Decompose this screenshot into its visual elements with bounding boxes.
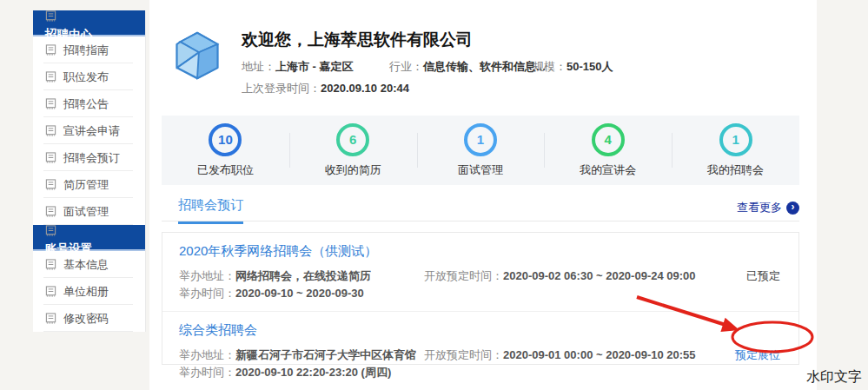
- sidebar-item-label: 基本信息: [63, 257, 109, 273]
- document-icon: [45, 152, 56, 163]
- view-more-link[interactable]: 查看更多: [737, 200, 799, 215]
- fair-addr-value: 新疆石河子市石河子大学中区体育馆: [235, 348, 416, 361]
- document-icon: [45, 206, 56, 217]
- sidebar-item-label: 简历管理: [63, 177, 109, 193]
- fair-open-time: 开放预定时间：2020-09-01 00:00 ~ 2020-09-10 20:…: [424, 347, 696, 364]
- sidebar-item[interactable]: 招聘指南: [33, 36, 145, 63]
- job-fair-meta-line-1: 举办地址：网络招聘会，在线投递简历 开放预定时间：2020-09-02 06:3…: [179, 268, 782, 285]
- sidebar-item-label: 招聘指南: [63, 43, 109, 58]
- fair-action[interactable]: 预定展位: [735, 347, 780, 364]
- sidebar-item[interactable]: 简历管理: [33, 171, 145, 198]
- stat-item[interactable]: 4 我的宣讲会: [544, 116, 672, 185]
- document-icon: [45, 125, 56, 136]
- stat-label: 已发布职位: [197, 162, 254, 178]
- company-industry: 行业：信息传输、软件和信息...: [389, 59, 546, 75]
- sidebar-item[interactable]: 宣讲会申请: [33, 117, 145, 144]
- company-address: 地址：上海市 - 嘉定区: [242, 59, 354, 75]
- stat-circle: 1: [464, 123, 497, 156]
- industry-value: 信息传输、软件和信息...: [423, 60, 546, 73]
- fair-addr-label: 举办地址：: [179, 348, 235, 361]
- tab-job-fair-booking[interactable]: 招聘会预订: [178, 197, 243, 224]
- last-login: 上次登录时间：2020.09.10 20:44: [242, 81, 409, 96]
- sidebar-item-label: 招聘会预订: [63, 150, 120, 166]
- stat-circle: 6: [336, 123, 369, 156]
- welcome-title: 欢迎您，上海萃思软件有限公司: [242, 29, 473, 51]
- stats-panel: 10 已发布职位 6 收到的简历 1 面试管理 4 我的宣讲会 1 我的招聘会: [162, 116, 799, 185]
- sidebar-item[interactable]: 基本信息: [33, 251, 145, 278]
- company-scale: 规模：50-150人: [533, 59, 613, 75]
- last-login-label: 上次登录时间：: [242, 82, 321, 95]
- fair-time-label: 举办时间：: [179, 287, 235, 300]
- document-icon: [45, 10, 56, 22]
- address-label: 地址：: [242, 60, 275, 73]
- last-login-value: 2020.09.10 20:44: [321, 82, 409, 95]
- sidebar: 招聘中心 招聘指南 职位发布 招聘: [33, 10, 146, 332]
- stat-item[interactable]: 6 收到的简历: [289, 116, 417, 185]
- sidebar-item[interactable]: 面试管理: [33, 198, 145, 225]
- document-icon: [45, 179, 56, 190]
- view-more-label: 查看更多: [737, 200, 782, 215]
- stat-label: 面试管理: [458, 162, 503, 178]
- stat-circle: 10: [209, 123, 242, 156]
- job-fair-meta-line-1: 举办地址：新疆石河子市石河子大学中区体育馆 开放预定时间：2020-09-01 …: [179, 347, 782, 364]
- sidebar-item[interactable]: 招聘会预订: [33, 144, 145, 171]
- document-icon: [45, 259, 56, 270]
- sidebar-item[interactable]: 职位发布: [33, 63, 145, 90]
- document-icon: [45, 71, 56, 83]
- fair-open-label: 开放预定时间：: [424, 269, 503, 282]
- fair-time-value: 2020-09-10 22:20-23:20 (周四): [235, 366, 391, 379]
- fair-time-label: 举办时间：: [179, 366, 235, 379]
- sidebar-item[interactable]: 招聘公告: [33, 90, 145, 117]
- sidebar-item-label: 单位相册: [63, 284, 109, 300]
- fair-open-value: 2020-09-01 00:00 ~ 2020-09-10 20:55: [503, 348, 696, 361]
- job-fair-row: 2020年秋季网络招聘会（供测试） 举办地址：网络招聘会，在线投递简历 开放预定…: [162, 233, 798, 311]
- sidebar-item[interactable]: 招聘中心: [33, 10, 145, 36]
- sidebar-item[interactable]: 单位相册: [33, 278, 145, 305]
- document-icon: [45, 225, 56, 236]
- fair-addr-value: 网络招聘会，在线投递简历: [235, 269, 371, 282]
- chevron-right-icon: [786, 202, 799, 215]
- stat-label: 收到的简历: [325, 162, 381, 178]
- scale-label: 规模：: [533, 60, 567, 73]
- scale-value: 50-150人: [567, 60, 613, 73]
- job-fair-meta-line-2: 举办时间：2020-09-10 ~ 2020-09-30: [179, 285, 782, 302]
- stat-item[interactable]: 1 我的招聘会: [672, 116, 799, 185]
- address-value: 上海市 - 嘉定区: [275, 60, 354, 73]
- stat-circle: 1: [719, 123, 752, 156]
- company-logo-icon: [173, 30, 222, 82]
- industry-label: 行业：: [389, 60, 423, 73]
- sidebar-item-label: 修改密码: [63, 311, 109, 327]
- document-icon: [45, 98, 56, 109]
- job-fair-meta-line-2: 举办时间：2020-09-10 22:20-23:20 (周四): [179, 364, 782, 381]
- fair-open-label: 开放预定时间：: [424, 348, 503, 361]
- job-fair-title[interactable]: 综合类招聘会: [179, 322, 782, 339]
- stat-label: 我的招聘会: [707, 162, 764, 178]
- document-icon: [45, 286, 56, 297]
- fair-open-time: 开放预定时间：2020-09-02 06:30 ~ 2020-09-24 09:…: [424, 268, 696, 285]
- document-icon: [45, 44, 56, 56]
- sidebar-item-label: 招聘公告: [63, 96, 109, 112]
- sidebar-item-label: 职位发布: [63, 69, 109, 85]
- fair-time-value: 2020-09-10 ~ 2020-09-30: [235, 287, 364, 300]
- sidebar-item-label: 宣讲会申请: [63, 123, 120, 139]
- stat-item[interactable]: 1 面试管理: [417, 116, 545, 185]
- job-fair-title[interactable]: 2020年秋季网络招聘会（供测试）: [179, 243, 782, 260]
- sidebar-item[interactable]: 账号设置: [33, 225, 145, 251]
- sidebar-item-label: 面试管理: [63, 204, 109, 220]
- job-fair-row: 综合类招聘会 举办地址：新疆石河子市石河子大学中区体育馆 开放预定时间：2020…: [162, 311, 798, 390]
- fair-open-value: 2020-09-02 06:30 ~ 2020-09-24 09:00: [503, 269, 696, 282]
- stat-label: 我的宣讲会: [580, 162, 636, 178]
- document-icon: [45, 313, 56, 324]
- stat-item[interactable]: 10 已发布职位: [162, 116, 289, 185]
- sidebar-item[interactable]: 修改密码: [33, 305, 145, 332]
- watermark-text: 水印文字: [806, 368, 862, 387]
- job-fair-list: 2020年秋季网络招聘会（供测试） 举办地址：网络招聘会，在线投递简历 开放预定…: [162, 232, 799, 365]
- stat-circle: 4: [592, 123, 625, 156]
- fair-action[interactable]: 已预定: [746, 268, 780, 285]
- section-tab-bar: 招聘会预订 查看更多: [162, 195, 799, 221]
- fair-addr-label: 举办地址：: [179, 269, 235, 282]
